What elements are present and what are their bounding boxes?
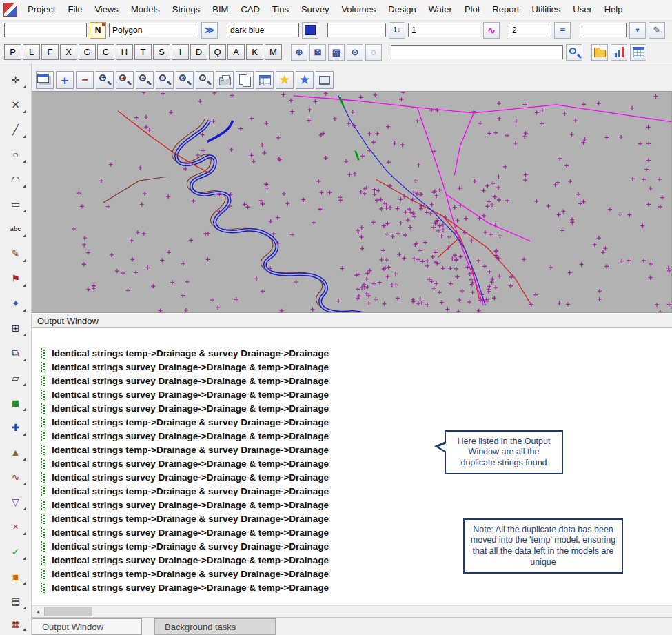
menu-plot[interactable]: Plot <box>458 1 486 18</box>
scroll-left-button[interactable]: ◄ <box>32 606 43 617</box>
name-field[interactable] <box>4 23 87 37</box>
menu-report[interactable]: Report <box>486 1 525 18</box>
extra-field[interactable] <box>580 23 627 37</box>
circle-button[interactable]: ○ <box>5 145 27 164</box>
cad-letter-k[interactable]: K <box>246 44 263 60</box>
sheet-grid-button[interactable] <box>630 44 646 61</box>
open-folder-button[interactable] <box>591 44 608 61</box>
cad-letter-i[interactable]: I <box>172 44 189 60</box>
cad-letter-l[interactable]: L <box>23 44 40 60</box>
cad-letter-d[interactable]: D <box>190 44 207 60</box>
zoom-out-button[interactable]: − <box>136 71 154 89</box>
string-type-field[interactable] <box>109 23 198 37</box>
menu-bim[interactable]: BIM <box>206 1 234 18</box>
drape-button[interactable]: ▽ <box>5 492 27 512</box>
snap-box-button[interactable]: ⊠ <box>309 44 326 61</box>
models-chart-button[interactable] <box>611 44 627 61</box>
pen-button[interactable]: ✎ <box>649 22 665 39</box>
copy-view-button[interactable] <box>236 71 254 89</box>
horizontal-scrollbar[interactable]: ◄ <box>32 605 672 617</box>
sort-button[interactable]: 1↓ <box>389 22 405 39</box>
cad-letter-x[interactable]: X <box>60 44 77 60</box>
delete-button[interactable]: ✕ <box>5 95 27 114</box>
polygon-button[interactable]: ▱ <box>5 368 27 387</box>
zoom-minus-button[interactable]: − <box>76 71 94 89</box>
menu-help[interactable]: Help <box>598 1 629 18</box>
output-window-header[interactable]: Output Window <box>32 313 672 328</box>
linestyle-button[interactable]: ∿ <box>483 22 500 39</box>
zoom-previous-button[interactable]: ◂ <box>116 71 134 89</box>
width-field[interactable] <box>509 23 551 37</box>
flag-button[interactable]: ⚑ <box>5 269 27 288</box>
cad-letter-g[interactable]: G <box>79 44 96 60</box>
menu-design[interactable]: Design <box>382 1 422 18</box>
favourite-star-button[interactable]: ★ <box>276 71 294 89</box>
cad-letter-q[interactable]: Q <box>209 44 226 60</box>
tab-output-window[interactable]: Output Window <box>32 618 142 635</box>
output-window[interactable]: Identical strings temp->Drainage & surve… <box>32 328 672 617</box>
line-button[interactable]: ╱ <box>5 120 27 139</box>
rectangle-button[interactable]: ▭ <box>5 194 27 214</box>
menu-file[interactable]: File <box>61 1 88 18</box>
measure-button[interactable]: ✦ <box>5 294 27 313</box>
menu-models[interactable]: Models <box>125 1 166 18</box>
move-button[interactable]: ✚ <box>5 418 27 437</box>
zoom-cancel-button[interactable]: ✕ <box>176 71 194 89</box>
menu-views[interactable]: Views <box>88 1 124 18</box>
cad-letter-c[interactable]: C <box>97 44 114 60</box>
plan-view-canvas[interactable] <box>32 91 672 313</box>
string-type-dropdown-button[interactable]: ≫ <box>201 22 218 39</box>
snap-circle-button[interactable]: ⊙ <box>347 44 363 61</box>
menu-cad[interactable]: CAD <box>234 1 265 18</box>
menu-volumes[interactable]: Volumes <box>335 1 382 18</box>
zoom-dynamic-button[interactable]: ∕ <box>196 71 214 89</box>
menu-tins[interactable]: Tins <box>266 1 295 18</box>
colour-swatch-button[interactable] <box>302 22 318 39</box>
menu-project[interactable]: Project <box>21 1 61 18</box>
tin-field[interactable] <box>327 23 386 37</box>
dropdown-button[interactable]: ▼ <box>629 22 646 39</box>
brush-button[interactable]: ✎ <box>5 244 27 263</box>
search-input[interactable] <box>391 45 563 59</box>
menu-water[interactable]: Water <box>422 1 458 18</box>
cad-letter-t[interactable]: T <box>134 44 152 60</box>
scrollbar-thumb[interactable] <box>44 607 92 616</box>
print-button[interactable] <box>216 71 234 89</box>
image-frame-button[interactable]: ▣ <box>5 567 27 586</box>
levels-button[interactable]: ≡ <box>554 22 571 39</box>
zoom-extents-button[interactable]: ○ <box>156 71 174 89</box>
menu-utilities[interactable]: Utilities <box>525 1 567 18</box>
panel-edit-button[interactable]: ▤ <box>5 592 27 611</box>
cross-small-button[interactable]: × <box>5 517 27 536</box>
mound-button[interactable]: ▲ <box>5 443 27 462</box>
solid-face-button[interactable]: ◼ <box>5 393 27 412</box>
select-crosshair-button[interactable]: ✛ <box>5 70 27 90</box>
cad-letter-m[interactable]: M <box>265 44 282 60</box>
snap-target-button[interactable]: ⊕ <box>291 44 307 61</box>
snap-lasso-button[interactable]: ◌ <box>365 44 382 61</box>
cad-letter-a[interactable]: A <box>227 44 245 60</box>
plot-sheet-button[interactable] <box>256 71 274 89</box>
snap-star-button[interactable]: ★ <box>296 71 314 89</box>
menu-survey[interactable]: Survey <box>295 1 335 18</box>
copy-window-button[interactable]: ⧉ <box>5 343 27 363</box>
cad-letter-f[interactable]: F <box>41 44 59 60</box>
table-grid-button[interactable]: ⊞ <box>5 319 27 338</box>
menu-user[interactable]: User <box>567 1 598 18</box>
tab-background-tasks[interactable]: Background tasks <box>154 618 276 635</box>
snap-line-button[interactable]: ▨ <box>328 44 345 61</box>
new-view-button[interactable] <box>316 71 334 89</box>
search-button[interactable] <box>566 44 582 61</box>
cad-letter-h[interactable]: H <box>116 44 133 60</box>
tick-button[interactable]: ✓ <box>5 542 27 561</box>
profile-button[interactable]: ∿ <box>5 467 27 487</box>
arc-button[interactable]: ◠ <box>5 170 27 189</box>
cad-letter-p[interactable]: P <box>4 44 21 60</box>
zoom-in-button[interactable]: + <box>96 71 114 89</box>
weight-field[interactable] <box>408 23 480 37</box>
raster-button[interactable]: ▦ <box>5 614 27 632</box>
text-button[interactable]: abc <box>5 219 27 239</box>
cad-letter-s[interactable]: S <box>153 44 170 60</box>
zoom-plus-button[interactable]: + <box>56 71 74 89</box>
name-box-button[interactable]: N <box>90 22 106 39</box>
